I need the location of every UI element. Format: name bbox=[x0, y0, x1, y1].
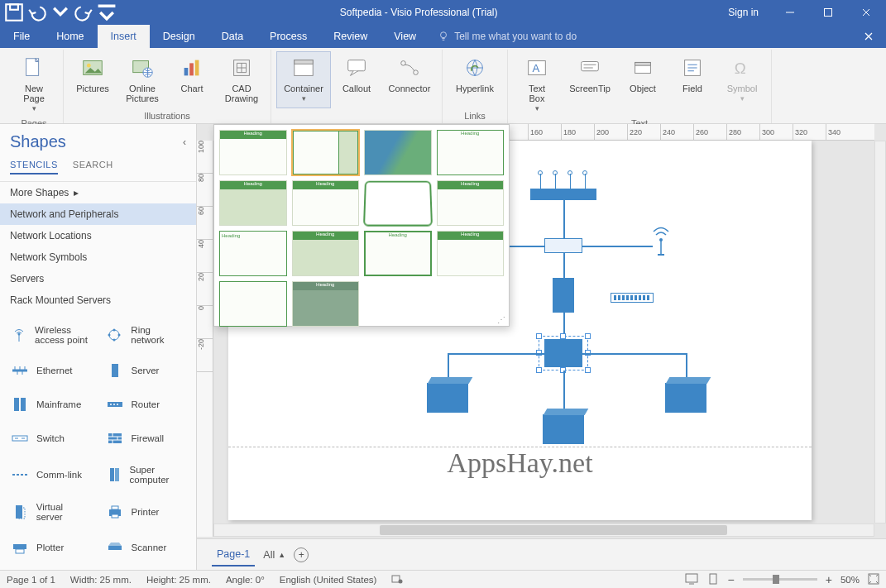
save-icon[interactable] bbox=[3, 2, 25, 23]
callout-button[interactable]: Callout bbox=[333, 51, 381, 108]
gallery-item[interactable]: Heading bbox=[437, 130, 505, 175]
zoom-slider-thumb[interactable] bbox=[773, 575, 779, 584]
zoom-slider[interactable] bbox=[743, 578, 817, 581]
macro-record-icon[interactable] bbox=[391, 573, 403, 586]
shape-router[interactable]: Router bbox=[98, 390, 194, 420]
shape-switch[interactable]: Switch bbox=[3, 423, 98, 454]
add-page-button[interactable]: + bbox=[294, 547, 309, 562]
redo-icon[interactable] bbox=[73, 2, 94, 23]
online-pictures-button[interactable]: Online Pictures bbox=[118, 51, 166, 108]
chart-button[interactable]: Chart bbox=[168, 51, 216, 108]
gallery-item[interactable]: Heading bbox=[292, 281, 360, 327]
field-button[interactable]: Field bbox=[668, 51, 716, 116]
vertical-scrollbar[interactable] bbox=[874, 141, 886, 523]
node-server[interactable] bbox=[553, 278, 574, 313]
presentation-mode-icon[interactable] bbox=[685, 573, 698, 586]
gallery-item[interactable] bbox=[219, 281, 287, 327]
gallery-item[interactable]: Heading bbox=[292, 180, 360, 226]
scrollbar-thumb[interactable] bbox=[380, 525, 727, 535]
gallery-item[interactable]: Heading bbox=[437, 231, 505, 276]
screentip-button[interactable]: ScreenTip bbox=[563, 51, 617, 116]
tab-home[interactable]: Home bbox=[43, 25, 97, 48]
shape-firewall[interactable]: Firewall bbox=[98, 423, 194, 454]
text-box-button[interactable]: AText Box▾ bbox=[513, 51, 561, 116]
qat-dropdown-icon[interactable] bbox=[50, 2, 71, 23]
gallery-item[interactable] bbox=[363, 181, 433, 227]
tab-file[interactable]: File bbox=[0, 25, 43, 48]
fit-to-window-icon[interactable] bbox=[868, 573, 879, 586]
shape-printer[interactable]: Printer bbox=[98, 495, 194, 528]
gallery-item[interactable] bbox=[364, 130, 432, 175]
status-language[interactable]: English (United States) bbox=[280, 575, 377, 585]
svg-rect-1 bbox=[10, 4, 18, 10]
collapse-shapes-icon[interactable]: ‹ bbox=[183, 136, 186, 148]
pictures-icon bbox=[79, 54, 107, 82]
connector-button[interactable]: Connector bbox=[382, 51, 437, 108]
node-patch-panel[interactable] bbox=[530, 189, 596, 200]
shape-ethernet[interactable]: Ethernet bbox=[3, 355, 98, 385]
more-shapes-item[interactable]: More Shapes ▸ bbox=[0, 182, 196, 203]
close-button[interactable] bbox=[848, 0, 884, 25]
gallery-item[interactable]: Heading bbox=[219, 231, 287, 276]
page-tab-all[interactable]: All ▲ bbox=[263, 549, 285, 561]
gallery-resize-handle[interactable]: ⋰ bbox=[497, 315, 505, 324]
stencil-item[interactable]: Network and Peripherals bbox=[0, 203, 196, 225]
stencil-item[interactable]: Rack Mounted Servers bbox=[0, 289, 196, 311]
node-box-right[interactable] bbox=[665, 383, 706, 413]
zoom-out-button[interactable]: − bbox=[728, 573, 735, 586]
collapse-ribbon-button[interactable] bbox=[856, 25, 881, 48]
container-button[interactable]: Container▾ bbox=[276, 51, 331, 108]
tab-insert[interactable]: Insert bbox=[98, 25, 150, 48]
sign-in-link[interactable]: Sign in bbox=[716, 7, 770, 18]
stencil-item[interactable]: Network Locations bbox=[0, 225, 196, 246]
stencils-tab[interactable]: STENCILS bbox=[10, 160, 58, 174]
shape-super-computer[interactable]: Super computer bbox=[98, 457, 194, 491]
tab-design[interactable]: Design bbox=[150, 25, 208, 48]
stencil-item[interactable]: Servers bbox=[0, 268, 196, 289]
node-wireless-ap[interactable] bbox=[649, 223, 673, 259]
tab-view[interactable]: View bbox=[381, 25, 429, 48]
tab-data[interactable]: Data bbox=[208, 25, 256, 48]
zoom-level[interactable]: 50% bbox=[841, 575, 860, 585]
node-switch-selected[interactable] bbox=[544, 339, 582, 367]
tab-process[interactable]: Process bbox=[256, 25, 320, 48]
page-tab-current[interactable]: Page-1 bbox=[212, 543, 255, 566]
shape-plotter[interactable]: Plotter bbox=[3, 533, 98, 563]
tab-review[interactable]: Review bbox=[320, 25, 381, 48]
search-tab[interactable]: SEARCH bbox=[73, 160, 113, 174]
shape-ring-network[interactable]: Ring network bbox=[98, 318, 194, 351]
horizontal-scrollbar[interactable] bbox=[213, 523, 874, 537]
shape-mainframe[interactable]: Mainframe bbox=[3, 390, 98, 420]
shape-virtual-server[interactable]: Virtual server bbox=[3, 495, 98, 528]
shape-comm-link[interactable]: Comm-link bbox=[3, 457, 98, 491]
cad-drawing-button[interactable]: CAD Drawing bbox=[218, 51, 266, 108]
node-modem[interactable] bbox=[544, 238, 582, 253]
symbol-button[interactable]: ΩSymbol▾ bbox=[718, 51, 766, 116]
object-button[interactable]: Object bbox=[619, 51, 667, 116]
node-box-bottom[interactable] bbox=[543, 414, 584, 444]
printer-icon bbox=[105, 504, 125, 520]
gallery-item[interactable] bbox=[292, 130, 360, 175]
minimize-button[interactable] bbox=[772, 0, 808, 25]
node-box-left[interactable] bbox=[427, 383, 468, 413]
gallery-item[interactable]: Heading bbox=[364, 231, 432, 276]
page-width-icon[interactable] bbox=[706, 573, 720, 586]
shape-wireless-ap[interactable]: Wireless access point bbox=[3, 318, 98, 351]
shape-server[interactable]: Server bbox=[98, 355, 194, 385]
gallery-item[interactable]: Heading bbox=[437, 180, 505, 226]
pictures-button[interactable]: Pictures bbox=[69, 51, 117, 108]
zoom-in-button[interactable]: + bbox=[826, 573, 832, 586]
gallery-item[interactable]: Heading bbox=[292, 231, 360, 276]
hyperlink-button[interactable]: Hyperlink bbox=[448, 51, 502, 108]
qat-customize-icon[interactable] bbox=[96, 2, 117, 23]
tell-me-search[interactable]: Tell me what you want to do bbox=[429, 25, 585, 48]
undo-icon[interactable] bbox=[26, 2, 48, 23]
gallery-item[interactable]: Heading bbox=[219, 180, 287, 226]
new-page-label: New Page bbox=[23, 84, 45, 103]
new-page-button[interactable]: New Page▾ bbox=[10, 51, 58, 116]
stencil-item[interactable]: Network Symbols bbox=[0, 246, 196, 268]
shape-scanner[interactable]: Scanner bbox=[98, 533, 194, 563]
gallery-item[interactable]: Heading bbox=[219, 130, 287, 175]
chevron-up-icon: ▲ bbox=[278, 551, 285, 559]
maximize-button[interactable] bbox=[810, 0, 846, 25]
